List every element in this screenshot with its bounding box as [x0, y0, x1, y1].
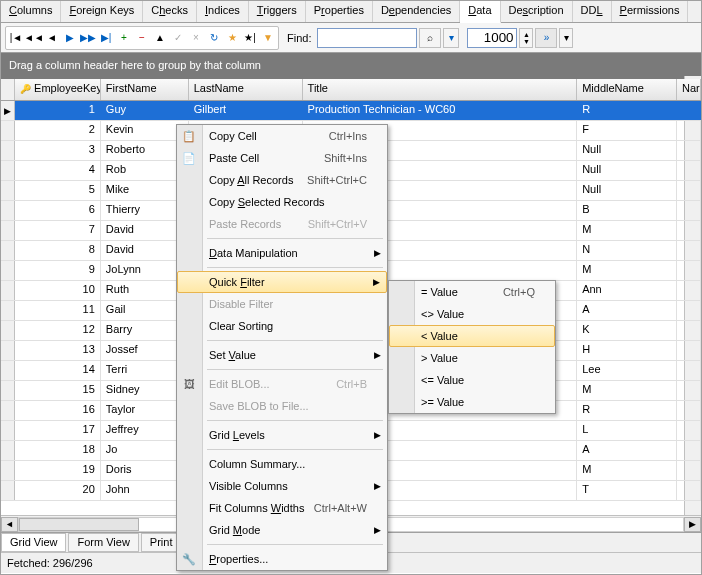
- cell-nar[interactable]: [677, 281, 701, 300]
- cell-nar[interactable]: [677, 201, 701, 220]
- cell-nar[interactable]: [677, 241, 701, 260]
- cell-middlename[interactable]: M: [577, 261, 677, 280]
- cell-key[interactable]: 2: [15, 121, 101, 140]
- column-header-lastname[interactable]: LastName: [189, 79, 303, 100]
- cell-nar[interactable]: [677, 321, 701, 340]
- top-tab-dependencies[interactable]: Dependencies: [373, 1, 460, 22]
- top-tab-foreign-keys[interactable]: Foreign Keys: [61, 1, 143, 22]
- submenu-item-value[interactable]: <> Value: [389, 303, 555, 325]
- scroll-thumb[interactable]: [19, 518, 139, 531]
- insert-record-button[interactable]: +: [115, 28, 133, 48]
- submenu-item-value[interactable]: > Value: [389, 347, 555, 369]
- cell-key[interactable]: 5: [15, 181, 101, 200]
- cell-key[interactable]: 9: [15, 261, 101, 280]
- bottom-tab-form-view[interactable]: Form View: [68, 533, 138, 552]
- cell-middlename[interactable]: Null: [577, 161, 677, 180]
- cell-middlename[interactable]: L: [577, 421, 677, 440]
- cell-key[interactable]: 15: [15, 381, 101, 400]
- fetch-next-button[interactable]: »: [535, 28, 557, 48]
- menu-item-paste-cell[interactable]: 📄Paste CellShift+Ins: [177, 147, 387, 169]
- top-tab-ddl[interactable]: DDL: [573, 1, 612, 22]
- cell-key[interactable]: 18: [15, 441, 101, 460]
- cell-key[interactable]: 4: [15, 161, 101, 180]
- cell-nar[interactable]: [677, 481, 701, 500]
- column-header-firstname[interactable]: FirstName: [101, 79, 189, 100]
- column-header-middlename[interactable]: MiddleName: [577, 79, 677, 100]
- cell-middlename[interactable]: F: [577, 121, 677, 140]
- cell-middlename[interactable]: Null: [577, 181, 677, 200]
- cell-key[interactable]: 6: [15, 201, 101, 220]
- cell-middlename[interactable]: A: [577, 441, 677, 460]
- menu-item-properties[interactable]: 🔧Properties...: [177, 548, 387, 570]
- cell-middlename[interactable]: Ann: [577, 281, 677, 300]
- record-limit-input[interactable]: [467, 28, 517, 48]
- cell-nar[interactable]: [677, 461, 701, 480]
- menu-item-visible-columns[interactable]: Visible Columns▶: [177, 475, 387, 497]
- top-tab-description[interactable]: Description: [501, 1, 573, 22]
- menu-item-quick-filter[interactable]: Quick Filter▶: [177, 271, 387, 293]
- cell-key[interactable]: 1: [15, 101, 101, 120]
- cell-title[interactable]: Production Technician - WC60: [303, 101, 578, 120]
- cell-middlename[interactable]: N: [577, 241, 677, 260]
- menu-item-clear-sorting[interactable]: Clear Sorting: [177, 315, 387, 337]
- top-tab-permissions[interactable]: Permissions: [612, 1, 689, 22]
- cell-nar[interactable]: [677, 341, 701, 360]
- top-tab-checks[interactable]: Checks: [143, 1, 197, 22]
- cell-key[interactable]: 3: [15, 141, 101, 160]
- menu-item-copy-cell[interactable]: 📋Copy CellCtrl+Ins: [177, 125, 387, 147]
- menu-item-grid-levels[interactable]: Grid Levels▶: [177, 424, 387, 446]
- submenu-item-value[interactable]: = ValueCtrl+Q: [389, 281, 555, 303]
- cell-middlename[interactable]: Null: [577, 141, 677, 160]
- cell-middlename[interactable]: K: [577, 321, 677, 340]
- menu-item-column-summary[interactable]: Column Summary...: [177, 453, 387, 475]
- submenu-item-value[interactable]: >= Value: [389, 391, 555, 413]
- last-record-button[interactable]: ▶|: [97, 28, 115, 48]
- top-tab-data[interactable]: Data: [460, 1, 500, 23]
- cell-key[interactable]: 19: [15, 461, 101, 480]
- menu-item-grid-mode[interactable]: Grid Mode▶: [177, 519, 387, 541]
- column-header-key[interactable]: 🔑 EmployeeKey: [15, 79, 101, 100]
- prev-page-button[interactable]: ◄◄: [25, 28, 43, 48]
- scroll-left-button[interactable]: ◄: [1, 517, 18, 532]
- menu-item-copy-all-records[interactable]: Copy All RecordsShift+Ctrl+C: [177, 169, 387, 191]
- filter-button[interactable]: ▼: [259, 28, 277, 48]
- cell-middlename[interactable]: M: [577, 461, 677, 480]
- cell-middlename[interactable]: B: [577, 201, 677, 220]
- submenu-item-value[interactable]: <= Value: [389, 369, 555, 391]
- edit-button[interactable]: ▲: [151, 28, 169, 48]
- cell-nar[interactable]: [677, 301, 701, 320]
- cell-key[interactable]: 12: [15, 321, 101, 340]
- menu-item-copy-selected-records[interactable]: Copy Selected Records: [177, 191, 387, 213]
- cell-firstname[interactable]: Guy: [101, 101, 189, 120]
- top-tab-columns[interactable]: Columns: [1, 1, 61, 22]
- cell-middlename[interactable]: A: [577, 301, 677, 320]
- cell-nar[interactable]: [677, 181, 701, 200]
- prev-record-button[interactable]: ◄: [43, 28, 61, 48]
- cancel-button[interactable]: ×: [187, 28, 205, 48]
- column-header-title[interactable]: Title: [303, 79, 578, 100]
- cell-nar[interactable]: [677, 101, 701, 120]
- goto-bookmark-button[interactable]: ★|: [241, 28, 259, 48]
- cell-key[interactable]: 10: [15, 281, 101, 300]
- cell-lastname[interactable]: Gilbert: [189, 101, 303, 120]
- next-record-button[interactable]: ▶: [61, 28, 79, 48]
- cell-key[interactable]: 17: [15, 421, 101, 440]
- top-tab-indices[interactable]: Indices: [197, 1, 249, 22]
- cell-middlename[interactable]: H: [577, 341, 677, 360]
- table-row[interactable]: ▶1GuyGilbertProduction Technician - WC60…: [1, 101, 701, 121]
- menu-item-fit-columns-widths[interactable]: Fit Columns WidthsCtrl+Alt+W: [177, 497, 387, 519]
- top-tab-triggers[interactable]: Triggers: [249, 1, 306, 22]
- cell-middlename[interactable]: M: [577, 381, 677, 400]
- next-page-button[interactable]: ▶▶: [79, 28, 97, 48]
- cell-middlename[interactable]: T: [577, 481, 677, 500]
- column-header-nar[interactable]: Nar: [677, 79, 701, 100]
- scroll-right-button[interactable]: ▶: [684, 517, 701, 532]
- cell-nar[interactable]: [677, 421, 701, 440]
- cell-nar[interactable]: [677, 381, 701, 400]
- delete-record-button[interactable]: −: [133, 28, 151, 48]
- bottom-tab-grid-view[interactable]: Grid View: [1, 533, 66, 552]
- find-clear-button[interactable]: ⌕: [419, 28, 441, 48]
- cell-key[interactable]: 20: [15, 481, 101, 500]
- cell-nar[interactable]: [677, 361, 701, 380]
- bookmark-button[interactable]: ★: [223, 28, 241, 48]
